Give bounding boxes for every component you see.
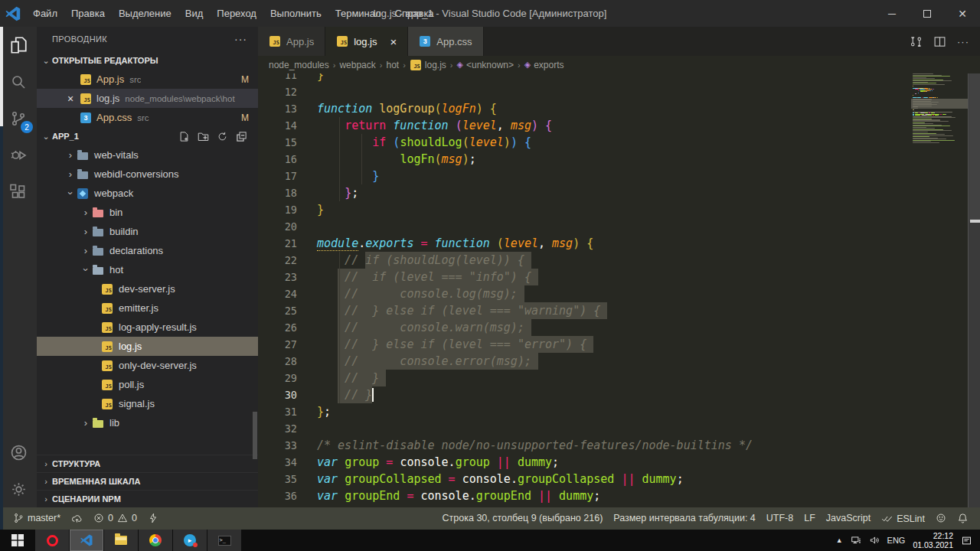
status-cloud-upload[interactable] <box>66 513 88 524</box>
menu-Файл[interactable]: Файл <box>26 0 64 27</box>
network-icon[interactable] <box>851 535 861 546</box>
clock[interactable]: 22:12 01.03.2021 <box>913 531 953 549</box>
run-debug-icon[interactable] <box>0 137 37 174</box>
account-icon[interactable] <box>0 434 37 471</box>
open-editors-header[interactable]: ⌄ ОТКРЫТЫЕ РЕДАКТОРЫ <box>37 51 258 70</box>
section-ВРЕМЕННАЯ ШКАЛА[interactable]: ›ВРЕМЕННАЯ ШКАЛА <box>37 472 258 490</box>
tab-App.js[interactable]: JSApp.js <box>258 27 325 56</box>
tree-item-emitter.js[interactable]: JSemitter.js <box>37 298 258 318</box>
tree-item-only-dev-server.js[interactable]: JSonly-dev-server.js <box>37 356 258 375</box>
status-JavaScript[interactable]: JavaScript <box>821 513 876 523</box>
tab-log.js[interactable]: JSlog.js× <box>325 27 408 56</box>
tree-item-log-apply-result.js[interactable]: JSlog-apply-result.js <box>37 318 258 337</box>
new-file-icon[interactable] <box>178 131 190 142</box>
status-lightning[interactable] <box>142 513 164 523</box>
more-actions-icon[interactable]: ··· <box>957 36 969 47</box>
tab-label: log.js <box>354 36 377 47</box>
tree-item-web-vitals[interactable]: ›web-vitals <box>37 145 258 165</box>
status-error[interactable]: 00 <box>88 513 142 523</box>
start-button[interactable] <box>0 530 35 551</box>
taskbar-terminal-icon[interactable]: >_ <box>207 530 241 551</box>
tree-item-declarations[interactable]: ›declarations <box>37 241 258 260</box>
maximize-button[interactable] <box>910 0 945 27</box>
status-Строка 30, столбец 9 (выбрано 216)[interactable]: Строка 30, столбец 9 (выбрано 216) <box>437 513 609 523</box>
tree-item-poll.js[interactable]: JSpoll.js <box>37 375 258 394</box>
status-bell[interactable] <box>952 513 974 524</box>
close-icon[interactable]: × <box>64 93 77 105</box>
menu-Выполнить[interactable]: Выполнить <box>263 0 328 27</box>
section-СТРУКТУРА[interactable]: ›СТРУКТУРА <box>37 455 258 472</box>
project-header[interactable]: ⌄ APP_1 <box>37 127 258 145</box>
menu-Справка[interactable]: Справка <box>388 0 441 27</box>
explorer-icon[interactable] <box>0 27 37 64</box>
status-bar-right: Строка 30, столбец 9 (выбрано 216)Размер… <box>437 513 980 524</box>
open-changes-icon[interactable] <box>910 35 923 48</box>
breadcrumb-item[interactable]: hot <box>386 60 399 70</box>
tree-item-log.js[interactable]: JSlog.js <box>37 337 258 356</box>
menu-Правка[interactable]: Правка <box>64 0 112 27</box>
taskbar-explorer-icon[interactable] <box>104 530 138 551</box>
sidebar-scrollbar[interactable] <box>253 412 257 459</box>
chevron-right-icon: › <box>80 226 92 237</box>
code-line-33: 33/* eslint-disable node/no-unsupported-… <box>258 437 911 454</box>
breadcrumb-item[interactable]: node_modules <box>269 60 329 70</box>
tree-item-webpack[interactable]: ›webpack <box>37 184 258 203</box>
menu-Выделение[interactable]: Выделение <box>112 0 178 27</box>
scrollbar-thumb[interactable] <box>969 73 980 221</box>
collapse-all-icon[interactable] <box>236 131 247 142</box>
refresh-icon[interactable] <box>217 131 228 142</box>
open-editor-log.js[interactable]: ×JSlog.jsnode_modules\webpack\hot <box>37 89 258 108</box>
breadcrumb-item[interactable]: ◈<unknown> <box>457 60 514 70</box>
open-editor-App.js[interactable]: JSApp.jssrcM <box>37 70 258 89</box>
status-branch[interactable]: master* <box>8 513 66 523</box>
minimap[interactable] <box>911 73 968 507</box>
menu-Вид[interactable]: Вид <box>178 0 211 27</box>
status-Размер интервала табуляции: 4[interactable]: Размер интервала табуляции: 4 <box>608 513 760 523</box>
extensions-icon[interactable] <box>0 174 37 210</box>
taskbar-opera-icon[interactable] <box>35 530 69 551</box>
tree-item-webidl-conversions[interactable]: ›webidl-conversions <box>37 165 258 184</box>
tab-App.css[interactable]: 3App.css <box>408 27 483 56</box>
menu-Терминал[interactable]: Терминал <box>328 0 388 27</box>
tree-item-bin[interactable]: ›bin <box>37 203 258 222</box>
volume-icon[interactable] <box>869 535 880 546</box>
tree-item-label: webidl-conversions <box>94 168 179 180</box>
minimize-button[interactable]: ─ <box>874 0 910 27</box>
editor-scrollbar[interactable] <box>968 73 980 507</box>
tree-item-signal.js[interactable]: JSsignal.js <box>37 394 258 413</box>
more-actions-icon[interactable]: ··· <box>234 33 247 45</box>
status-LF[interactable]: LF <box>799 513 821 523</box>
vscode-logo-icon <box>0 5 26 22</box>
source-control-icon[interactable]: 2 <box>0 100 37 137</box>
status-ESLint[interactable]: ESLint <box>876 513 930 524</box>
taskbar-telegram-icon[interactable]: ▸ <box>173 530 207 551</box>
close-button[interactable]: ✕ <box>945 0 980 27</box>
breadcrumb-item[interactable]: webpack <box>339 60 375 70</box>
status-UTF-8[interactable]: UTF-8 <box>761 513 799 523</box>
line-number: 33 <box>258 437 297 454</box>
section-СЦЕНАРИИ NPM[interactable]: ›СЦЕНАРИИ NPM <box>37 490 258 507</box>
close-icon[interactable]: × <box>390 35 397 48</box>
breadcrumb[interactable]: node_modules›webpack›hot›JSlog.js›◈<unkn… <box>258 56 980 73</box>
breadcrumb-item[interactable]: JSlog.js <box>410 59 446 71</box>
settings-icon[interactable] <box>0 471 37 507</box>
tray-expand-icon[interactable]: ▲ <box>836 536 843 544</box>
action-center-icon[interactable] <box>961 535 972 546</box>
tree-item-hot[interactable]: ›hot <box>37 260 258 279</box>
code-line-34: 34var group = console.group || dummy; <box>258 454 911 471</box>
code-editor[interactable]: 11}1213function logGroup(logFn) {14 retu… <box>258 73 980 507</box>
tree-item-lib[interactable]: ›lib <box>37 413 258 432</box>
status-feedback[interactable] <box>930 513 952 523</box>
new-folder-icon[interactable] <box>198 131 209 142</box>
taskbar-vscode-icon[interactable] <box>70 530 103 551</box>
taskbar-chrome-icon[interactable] <box>139 530 172 551</box>
tree-item-dev-server.js[interactable]: JSdev-server.js <box>37 279 258 298</box>
tree-item-buildin[interactable]: ›buildin <box>37 222 258 241</box>
breadcrumb-item[interactable]: ◈exports <box>524 60 564 70</box>
taskbar-apps: ▸>_ <box>35 530 242 551</box>
split-editor-icon[interactable] <box>933 35 946 48</box>
open-editor-App.css[interactable]: 3App.csssrcM <box>37 108 258 127</box>
search-icon[interactable] <box>0 64 37 100</box>
menu-Переход[interactable]: Переход <box>210 0 263 27</box>
language-indicator[interactable]: ENG <box>887 536 906 545</box>
